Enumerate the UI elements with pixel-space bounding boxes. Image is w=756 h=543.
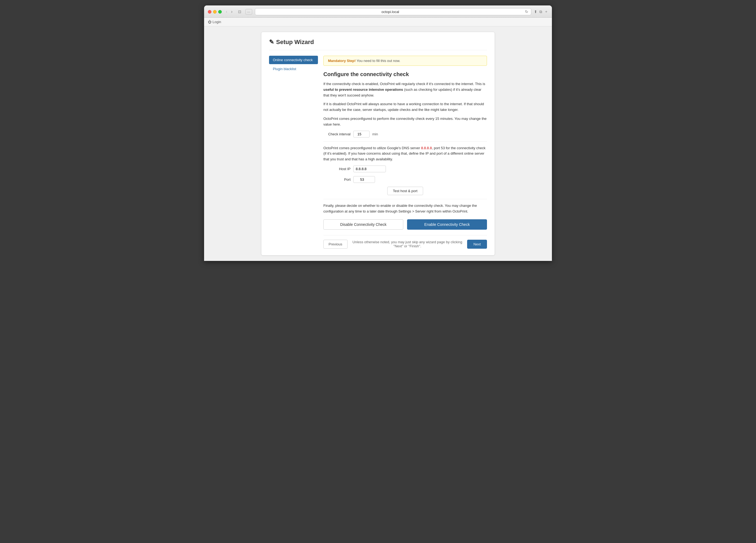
mandatory-banner: Mandatory Step! You need to fill this ou…: [323, 56, 487, 66]
wizard-title: ✎ Setup Wizard: [269, 39, 487, 50]
address-bar-container: ↻: [255, 8, 532, 15]
toolbar-actions: ⬆ ⧉ ＋: [534, 9, 548, 14]
host-ip-label: Host IP: [323, 167, 351, 171]
sidebar-item-online-connectivity[interactable]: Online connectivity check: [269, 56, 318, 64]
ip-description: OctoPrint comes preconfigured to utilize…: [323, 145, 487, 162]
refresh-button[interactable]: ↻: [525, 10, 528, 14]
check-interval-label: Check interval: [323, 132, 351, 136]
port-row: Port: [323, 176, 487, 183]
action-buttons: Disable Connectivity Check Enable Connec…: [323, 219, 487, 230]
mandatory-label: Mandatory Step!: [328, 59, 356, 63]
login-label: Login: [213, 20, 221, 24]
close-button[interactable]: [208, 10, 211, 14]
next-button[interactable]: Next: [467, 240, 487, 249]
host-ip-input[interactable]: [353, 166, 386, 172]
bold-text: useful to prevent resource intensive ope…: [323, 88, 403, 92]
check-interval-row: Check interval min: [323, 131, 487, 138]
divider1: [323, 141, 487, 142]
browser-toolbar: ‹ › ⊡ ··· ↻ ⬆ ⧉ ＋: [204, 5, 552, 18]
wizard-body: Online connectivity check Plugin blackli…: [269, 56, 487, 249]
minimize-button[interactable]: [213, 10, 217, 14]
enable-connectivity-button[interactable]: Enable Connectivity Check: [407, 219, 487, 230]
wizard-card: ✎ Setup Wizard Online connectivity check…: [261, 32, 495, 255]
wizard-sidebar: Online connectivity check Plugin blackli…: [269, 56, 318, 249]
host-ip-row: Host IP: [323, 166, 487, 172]
footer-note: Unless otherwise noted, you may just ski…: [348, 240, 467, 248]
port-label: Port: [323, 177, 351, 182]
login-icon: ⏻: [208, 20, 211, 24]
test-host-port-button[interactable]: Test host & port: [387, 187, 423, 195]
tabs-button[interactable]: ⧉: [539, 10, 542, 14]
maximize-button[interactable]: [218, 10, 222, 14]
wizard-main: Mandatory Step! You need to fill this ou…: [323, 56, 487, 249]
login-link[interactable]: ⏻ Login: [208, 20, 548, 24]
disable-connectivity-button[interactable]: Disable Connectivity Check: [323, 219, 403, 230]
login-bar: ⏻ Login: [204, 18, 552, 26]
address-bar[interactable]: [258, 10, 523, 14]
test-button-container: Test host & port: [323, 187, 487, 195]
sidebar-item-plugin-blacklist[interactable]: Plugin blacklist: [269, 65, 318, 73]
share-button[interactable]: ⬆: [534, 10, 537, 14]
nav-buttons: ‹ ›: [224, 9, 234, 15]
reader-button[interactable]: ⊡: [237, 9, 243, 14]
new-tab-button[interactable]: ＋: [544, 9, 548, 14]
browser-content: ⏻ Login ✎ Setup Wizard Online connectivi…: [204, 18, 552, 261]
description-para2: If it is disabled OctoPrint will always …: [323, 101, 487, 113]
section-title: Configure the connectivity check: [323, 71, 487, 77]
port-input[interactable]: [353, 176, 375, 183]
previous-button[interactable]: Previous: [323, 240, 348, 249]
divider2: [323, 199, 487, 199]
wizard-title-icon: ✎: [269, 39, 274, 46]
browser-window: ‹ › ⊡ ··· ↻ ⬆ ⧉ ＋ ⏻ Login: [204, 5, 552, 261]
description-para3: OctoPrint comes preconfigured to perform…: [323, 116, 487, 127]
page-area: ✎ Setup Wizard Online connectivity check…: [204, 26, 552, 261]
mandatory-text: You need to fill this out now.: [357, 59, 400, 63]
interval-unit: min: [372, 132, 378, 136]
check-interval-input[interactable]: [353, 131, 370, 138]
wizard-footer: Previous Unless otherwise noted, you may…: [323, 235, 487, 249]
decision-text: Finally, please decide on whether to ena…: [323, 203, 487, 214]
more-button[interactable]: ···: [245, 9, 252, 15]
description-para1: If the connectivity check is enabled, Oc…: [323, 81, 487, 98]
back-button[interactable]: ‹: [224, 9, 229, 15]
wizard-title-text: Setup Wizard: [276, 39, 314, 46]
traffic-lights: [208, 10, 222, 14]
forward-button[interactable]: ›: [230, 9, 234, 15]
ip-para-prefix: OctoPrint comes preconfigured to utilize…: [323, 146, 421, 150]
ip-highlight: 8.8.8.8: [421, 146, 432, 150]
